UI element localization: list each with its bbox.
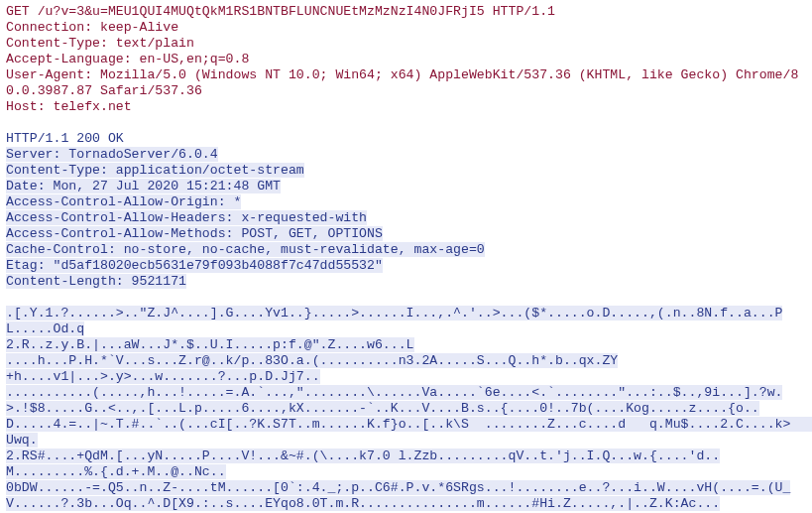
- http-request: GET /u?v=3&u=MEU1QUI4MUQtQkM1RS1BNTBFLUN…: [6, 4, 798, 114]
- http-response: HTTP/1.1 200 OK Server: TornadoServer/6.…: [6, 131, 812, 511]
- http-dump: GET /u?v=3&u=MEU1QUI4MUQtQkM1RS1BNTBFLUN…: [0, 0, 812, 513]
